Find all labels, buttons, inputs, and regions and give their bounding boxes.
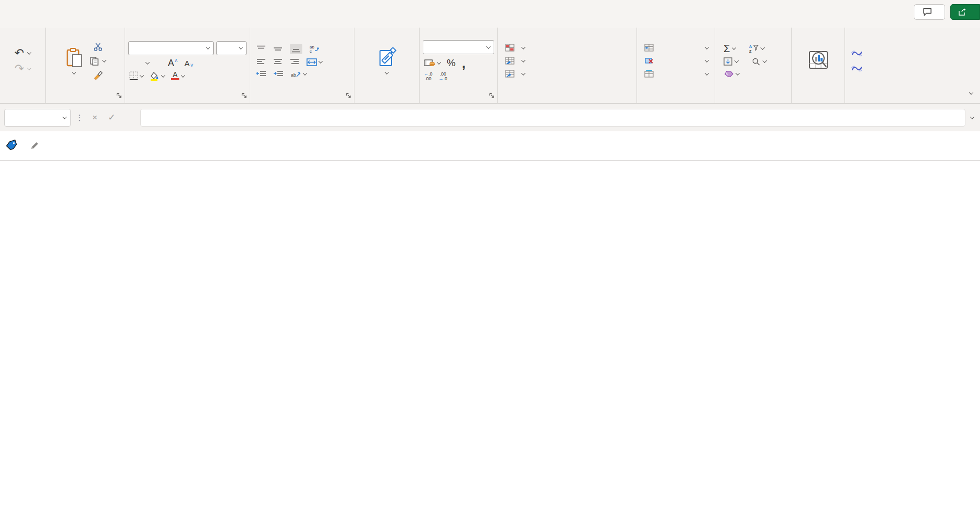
ribbon: ↶ ↷ [0, 28, 980, 104]
comment-bubble-icon [923, 8, 932, 16]
increase-font-button[interactable]: A˄ [168, 58, 178, 69]
orbus-swoosh-icon [851, 50, 863, 57]
analyze-data-icon [807, 49, 829, 70]
format-cells-icon [644, 70, 654, 78]
comments-button[interactable] [914, 4, 945, 20]
delete-cells-icon [644, 57, 654, 65]
fill-button[interactable] [724, 57, 738, 66]
edit-sensitivity-pencil-icon[interactable] [29, 141, 40, 151]
name-box-resizer[interactable]: ⋮ [74, 113, 85, 122]
wrap-text-button[interactable]: abc [310, 45, 320, 53]
collapse-ribbon-chevron[interactable] [969, 90, 973, 94]
column-headers [0, 161, 980, 174]
ribbon-group-sensitivity [354, 28, 420, 103]
fill-color-button[interactable] [150, 71, 165, 81]
formula-input[interactable] [140, 109, 965, 127]
autosum-button[interactable]: Σ [724, 44, 736, 53]
decrease-indent-button[interactable] [256, 71, 266, 77]
redo-button[interactable]: ↷ [15, 64, 31, 73]
clear-button[interactable] [724, 70, 739, 78]
copy-button[interactable] [90, 56, 106, 66]
svg-text:Z: Z [749, 49, 752, 53]
find-select-button[interactable] [752, 57, 766, 66]
sensitivity-icon [376, 47, 398, 68]
ribbon-group-analysis [792, 28, 845, 103]
number-format-combo[interactable] [423, 40, 494, 54]
cut-button[interactable] [90, 42, 106, 52]
undo-icon: ↶ [15, 48, 24, 58]
alignment-dialog-launcher[interactable] [346, 91, 351, 101]
increase-indent-button[interactable] [274, 71, 284, 77]
comma-style-button[interactable]: , [462, 60, 466, 66]
merge-center-button[interactable] [307, 58, 322, 66]
formula-bar: ⋮ × ✓ [0, 104, 980, 131]
selection-workbook-button[interactable] [851, 65, 867, 72]
ribbon-group-styles [498, 28, 637, 103]
redo-icon: ↷ [15, 64, 24, 73]
underline-button[interactable] [144, 61, 149, 65]
format-cells-button[interactable] [644, 70, 712, 78]
sort-filter-button[interactable]: AZ [749, 44, 764, 53]
ribbon-tab-bar [0, 0, 980, 28]
font-name-combo[interactable] [128, 41, 214, 55]
svg-text:c: c [310, 49, 312, 53]
share-button[interactable] [950, 4, 980, 20]
undo-button[interactable]: ↶ [15, 48, 31, 58]
conditional-formatting-icon [505, 44, 514, 52]
align-right-button[interactable] [290, 59, 299, 65]
number-dialog-launcher[interactable] [489, 91, 495, 101]
format-as-table-icon [505, 57, 514, 65]
cancel-button[interactable]: × [88, 113, 102, 123]
orbus-swoosh-icon [851, 65, 863, 72]
font-color-button[interactable]: A [171, 71, 185, 80]
format-as-table-button[interactable] [505, 57, 525, 65]
align-center-button[interactable] [273, 59, 283, 65]
analyze-data-button[interactable] [807, 49, 829, 72]
svg-text:ab: ab [291, 72, 296, 78]
paste-clipboard-icon [65, 47, 83, 68]
top-align-button[interactable] [256, 45, 266, 53]
align-left-button[interactable] [256, 59, 266, 65]
font-size-combo[interactable] [216, 41, 247, 55]
ribbon-group-import [845, 28, 962, 103]
conditional-formatting-button[interactable] [505, 44, 525, 52]
insert-cells-button[interactable] [644, 44, 712, 52]
enter-button[interactable]: ✓ [105, 112, 118, 123]
decrease-font-button[interactable]: A˅ [185, 58, 193, 68]
decrease-decimal-button[interactable]: .00→.0 [439, 72, 448, 81]
font-dialog-launcher[interactable] [241, 91, 247, 101]
sensitivity-button[interactable] [376, 47, 398, 74]
bottom-align-button[interactable] [290, 44, 302, 54]
ribbon-group-number: % , ←.0.00 .00→.0 [420, 28, 498, 103]
cell-styles-button[interactable] [505, 70, 525, 78]
sensitivity-tag-icon [5, 140, 19, 152]
name-box[interactable] [4, 109, 71, 127]
clipboard-dialog-launcher[interactable] [116, 91, 122, 101]
increase-decimal-button[interactable]: ←.0.00 [424, 72, 433, 81]
share-icon [958, 8, 967, 16]
paste-button[interactable] [65, 47, 83, 74]
entire-workbook-button[interactable] [851, 50, 867, 57]
format-painter-button[interactable] [90, 70, 106, 80]
sensitivity-bar [0, 131, 980, 161]
ribbon-group-editing: Σ AZ [715, 28, 792, 103]
ribbon-group-font: A˄ A˅ A [125, 28, 250, 103]
middle-align-button[interactable] [273, 45, 283, 53]
ribbon-group-cells [637, 28, 715, 103]
percent-style-button[interactable]: % [447, 57, 456, 69]
expand-formula-bar-chevron[interactable] [970, 115, 974, 119]
insert-cells-icon [644, 44, 654, 52]
ribbon-group-alignment: abc ab [250, 28, 354, 103]
svg-text:A: A [749, 44, 752, 49]
borders-button[interactable] [129, 71, 143, 80]
delete-cells-button[interactable] [644, 57, 712, 65]
orientation-button[interactable]: ab [291, 70, 307, 78]
accounting-format-button[interactable] [424, 59, 440, 67]
ribbon-group-clipboard [46, 28, 125, 103]
spreadsheet [0, 161, 980, 510]
cell-styles-icon [505, 70, 514, 78]
ribbon-group-undo: ↶ ↷ [0, 28, 46, 103]
